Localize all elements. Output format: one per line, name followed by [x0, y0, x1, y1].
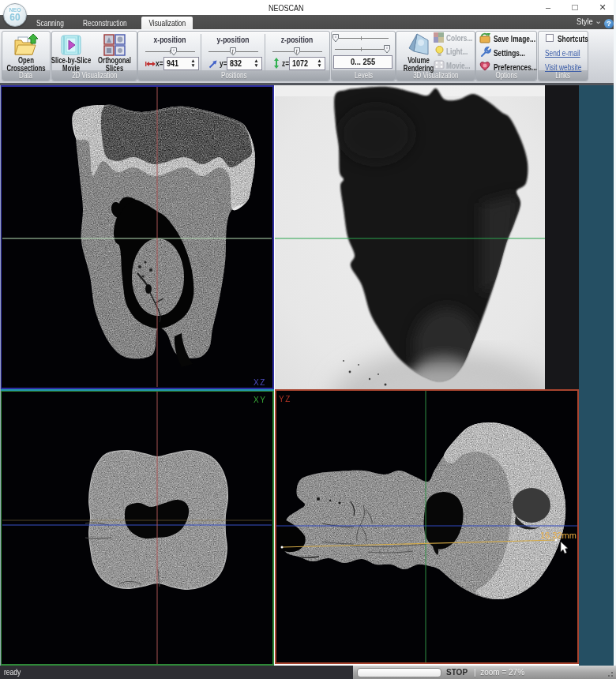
svg-text:XY: XY — [254, 396, 266, 404]
svg-text:YZ: YZ — [279, 395, 291, 403]
svg-text:16.32mm: 16.32mm — [540, 531, 577, 540]
svg-text:XZ: XZ — [254, 378, 266, 387]
